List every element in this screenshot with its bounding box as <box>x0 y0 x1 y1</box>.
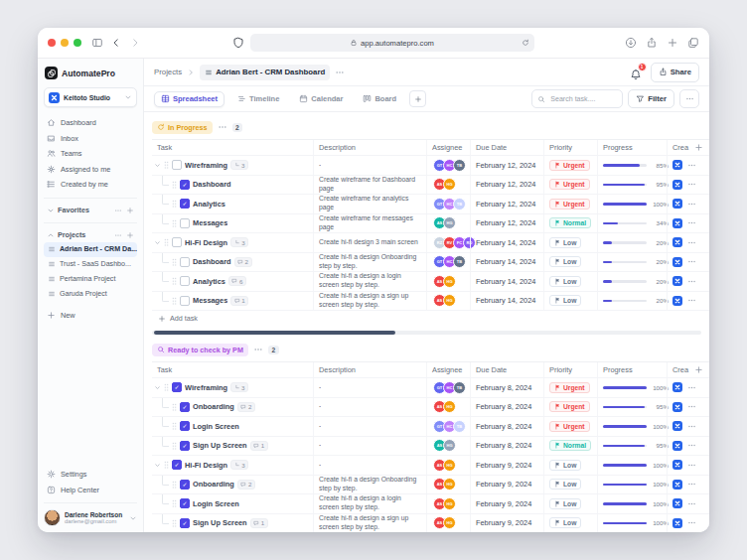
due-date-cell[interactable]: February 14, 2024 <box>470 233 543 252</box>
due-date-cell[interactable]: February 9, 2024 <box>470 494 543 513</box>
task-name[interactable]: Analytics <box>193 200 225 209</box>
favorites-group-header[interactable]: Favorites <box>44 204 137 217</box>
add-task-button[interactable]: Add task <box>152 311 709 326</box>
status-badge[interactable]: In Progress <box>152 121 213 134</box>
row-menu-button[interactable] <box>687 218 696 227</box>
priority-badge[interactable]: Low <box>549 256 581 267</box>
priority-badge[interactable]: Urgent <box>549 179 590 190</box>
toolbar-more-button[interactable] <box>679 89 699 108</box>
task-name[interactable]: Dashboard <box>193 257 231 266</box>
task-name[interactable]: Dashboard <box>193 180 231 189</box>
search-box[interactable] <box>531 89 623 108</box>
task-description-cell[interactable]: Create hi-fi a design a login screen ste… <box>313 494 426 513</box>
comment-count-chip[interactable]: 1 <box>230 296 248 306</box>
assignee-stack[interactable]: ASHG <box>426 176 470 195</box>
due-date-cell[interactable]: February 14, 2024 <box>470 292 543 311</box>
priority-badge[interactable]: Urgent <box>549 382 590 393</box>
section-menu-button[interactable] <box>218 122 227 132</box>
drag-handle-icon[interactable] <box>164 383 169 391</box>
priority-badge[interactable]: Normal <box>549 440 591 451</box>
add-column-button[interactable] <box>694 143 703 152</box>
downloads-icon[interactable] <box>625 37 637 49</box>
assignee-stack[interactable]: ASHG <box>426 398 470 417</box>
task-name[interactable]: Sign Up Screen <box>193 518 247 527</box>
subtask-count-chip[interactable]: 3 <box>230 460 248 470</box>
tab-overview-icon[interactable] <box>687 37 699 49</box>
assignee-stack[interactable]: GTHCTB <box>426 417 470 436</box>
comment-count-chip[interactable]: 2 <box>234 257 252 267</box>
task-description-cell[interactable]: - <box>313 456 426 475</box>
due-date-cell[interactable]: February 8, 2024 <box>470 398 543 417</box>
priority-badge[interactable]: Low <box>549 498 581 509</box>
priority-badge[interactable]: Low <box>549 276 581 287</box>
expand-chevron-icon[interactable] <box>154 462 161 469</box>
priority-badge[interactable]: Urgent <box>549 199 590 210</box>
workspace-switcher[interactable]: Keitoto Studio <box>44 87 137 107</box>
task-checkbox[interactable] <box>180 441 190 451</box>
share-button[interactable]: Share <box>651 63 699 82</box>
priority-badge[interactable]: Low <box>549 479 581 490</box>
status-badge[interactable]: Ready to check by PM <box>152 344 248 356</box>
due-date-cell[interactable]: February 12, 2024 <box>470 195 543 213</box>
breadcrumb-root[interactable]: Projects <box>154 68 182 76</box>
drag-handle-icon[interactable] <box>164 461 169 469</box>
shield-icon[interactable] <box>232 37 244 49</box>
tab-board[interactable]: Board <box>356 91 403 107</box>
sidebar-item-created-by-me[interactable]: Created by me <box>44 177 137 193</box>
row-menu-button[interactable] <box>687 161 696 170</box>
filter-button[interactable]: Filter <box>628 89 674 108</box>
drag-handle-icon[interactable] <box>172 200 177 208</box>
subtask-count-chip[interactable]: 3 <box>230 160 248 170</box>
task-description-cell[interactable]: Create hi-fi a design a login screen ste… <box>313 272 426 291</box>
comment-count-chip[interactable]: 2 <box>237 402 255 412</box>
notifications-button[interactable]: 1 <box>630 67 642 78</box>
drag-handle-icon[interactable] <box>172 422 177 430</box>
row-menu-button[interactable] <box>687 383 696 392</box>
assignee-stack[interactable]: ASHG <box>426 214 470 233</box>
task-checkbox[interactable] <box>180 480 190 490</box>
subtask-count-chip[interactable]: 3 <box>230 237 248 247</box>
task-description-cell[interactable]: - <box>313 156 426 175</box>
task-checkbox[interactable] <box>180 199 190 209</box>
drag-handle-icon[interactable] <box>172 219 177 227</box>
close-window-button[interactable] <box>48 39 56 47</box>
assignee-stack[interactable]: ASHG <box>426 476 470 494</box>
comment-count-chip[interactable]: 6 <box>228 276 246 286</box>
drag-handle-icon[interactable] <box>164 238 169 246</box>
due-date-cell[interactable]: February 8, 2024 <box>470 437 543 456</box>
priority-badge[interactable]: Urgent <box>549 421 590 432</box>
task-checkbox[interactable] <box>172 382 182 392</box>
task-description-cell[interactable]: Create wireframe for messages page <box>313 214 426 233</box>
sidebar-project-trust[interactable]: Trust - SaaS Dashbo... <box>44 257 137 272</box>
task-name[interactable]: Wireframing <box>185 383 227 392</box>
task-checkbox[interactable] <box>180 276 190 286</box>
due-date-cell[interactable]: February 8, 2024 <box>470 417 543 436</box>
task-name[interactable]: Login Screen <box>193 499 239 508</box>
task-name[interactable]: Sign Up Screen <box>193 441 247 450</box>
task-name[interactable]: Messages <box>193 218 227 227</box>
assignee-stack[interactable]: RZRVFCRD <box>426 233 470 252</box>
task-checkbox[interactable] <box>180 421 190 431</box>
task-description-cell[interactable]: Create wireframe for Dashboard page <box>313 176 426 195</box>
comment-count-chip[interactable]: 1 <box>250 518 268 528</box>
drag-handle-icon[interactable] <box>172 297 177 305</box>
new-project-button[interactable]: New <box>44 308 137 324</box>
search-input[interactable] <box>548 94 617 104</box>
task-checkbox[interactable] <box>180 257 190 267</box>
assignee-stack[interactable]: GTHCTB <box>426 195 470 213</box>
zoom-window-button[interactable] <box>74 39 81 47</box>
due-date-cell[interactable]: February 12, 2024 <box>470 214 543 233</box>
due-date-cell[interactable]: February 12, 2024 <box>470 156 543 175</box>
drag-handle-icon[interactable] <box>172 499 177 507</box>
priority-badge[interactable]: Urgent <box>549 160 590 171</box>
row-menu-button[interactable] <box>687 296 696 305</box>
row-menu-button[interactable] <box>687 422 696 431</box>
browser-share-icon[interactable] <box>646 37 658 49</box>
sidebar-toggle-icon[interactable] <box>91 37 103 49</box>
task-name[interactable]: Onboarding <box>193 480 234 489</box>
priority-badge[interactable]: Low <box>549 460 581 471</box>
due-date-cell[interactable]: February 9, 2024 <box>470 456 543 475</box>
priority-badge[interactable]: Low <box>549 295 581 306</box>
row-menu-button[interactable] <box>687 257 696 266</box>
task-description-cell[interactable]: Create hi-fi a design Onboarding step by… <box>313 253 426 272</box>
